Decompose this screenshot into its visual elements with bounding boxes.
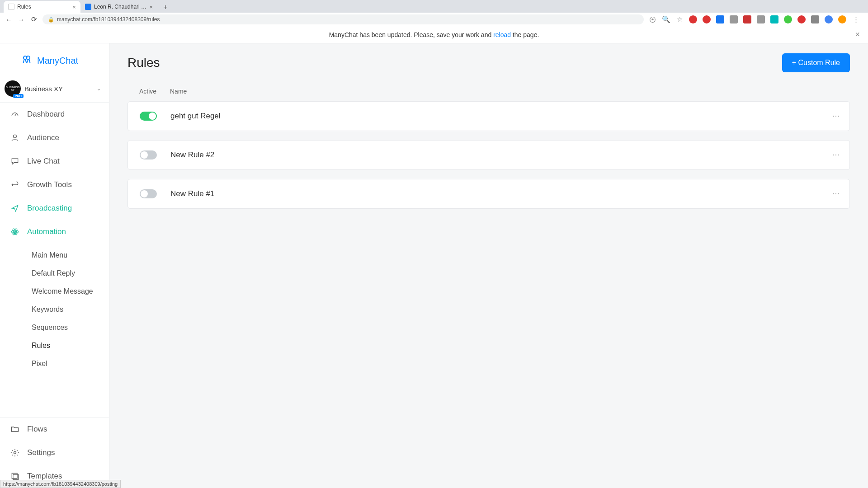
- reload-button[interactable]: ⟳: [30, 15, 38, 23]
- more-icon[interactable]: ⋮: [832, 113, 840, 120]
- sidebar-item-automation[interactable]: Automation: [0, 220, 109, 244]
- sidebar-item-livechat[interactable]: Live Chat: [0, 150, 109, 173]
- active-toggle[interactable]: [140, 112, 157, 121]
- ext-icon[interactable]: [811, 15, 819, 23]
- sub-item-welcome[interactable]: Welcome Message: [0, 282, 109, 300]
- return-icon: [10, 180, 20, 190]
- svg-rect-9: [13, 474, 19, 480]
- reload-link[interactable]: reload: [493, 31, 511, 38]
- forward-button[interactable]: →: [17, 16, 25, 23]
- rule-row[interactable]: New Rule #2⋮: [127, 140, 850, 170]
- menu-icon[interactable]: ⋮: [852, 15, 860, 23]
- nav-label: Automation: [27, 227, 66, 236]
- atom-icon: [10, 227, 20, 237]
- ext-icon[interactable]: [743, 15, 751, 23]
- browser-tab-active[interactable]: Rules ×: [4, 1, 80, 13]
- ext-icon[interactable]: [716, 15, 724, 23]
- sidebar-item-settings[interactable]: Settings: [0, 441, 109, 465]
- nav-label: Flows: [27, 425, 47, 434]
- svg-rect-8: [12, 473, 17, 479]
- extension-icons: ⦿ 🔍 ☆ ⋮: [648, 15, 860, 23]
- page-title: Rules: [127, 56, 160, 70]
- zoom-icon[interactable]: 🔍: [662, 15, 670, 23]
- active-toggle[interactable]: [140, 150, 157, 160]
- svg-point-2: [14, 135, 17, 138]
- rule-name: New Rule #1: [170, 189, 832, 198]
- sidebar-item-flows[interactable]: Flows: [0, 418, 109, 441]
- ext-icon[interactable]: [797, 15, 806, 23]
- ext-icon[interactable]: [730, 15, 738, 23]
- rules-content: Active Name geht gut Regel⋮New Rule #2⋮N…: [109, 76, 868, 223]
- sidebar-item-audience[interactable]: Audience: [0, 126, 109, 150]
- ext-icon[interactable]: [838, 15, 846, 23]
- notice-text: ManyChat has been updated. Please, save …: [329, 31, 493, 38]
- rule-row[interactable]: geht gut Regel⋮: [127, 101, 850, 131]
- more-icon[interactable]: ⋮: [832, 151, 840, 159]
- svg-point-3: [14, 231, 15, 232]
- nav-label: Growth Tools: [27, 180, 72, 189]
- close-icon[interactable]: ×: [72, 4, 76, 10]
- close-icon[interactable]: ×: [149, 4, 153, 10]
- sub-item-keywords[interactable]: Keywords: [0, 300, 109, 319]
- avatar-icon[interactable]: [825, 15, 833, 23]
- status-bar-hint: https://manychat.com/fb181039443240830­9…: [0, 480, 121, 488]
- brand-logo[interactable]: ManyChat: [0, 43, 109, 75]
- svg-point-7: [14, 452, 16, 454]
- star-icon[interactable]: ☆: [675, 15, 684, 23]
- lock-icon: 🔒: [48, 17, 54, 23]
- nav-label: Broadcasting: [27, 204, 72, 213]
- favicon-icon: [85, 4, 91, 10]
- column-headers: Active Name: [127, 81, 850, 101]
- nav-label: Dashboard: [27, 110, 65, 119]
- translate-icon[interactable]: ⦿: [648, 16, 656, 23]
- ext-icon[interactable]: [703, 15, 711, 23]
- pro-badge: PRO: [13, 94, 24, 98]
- rule-row[interactable]: New Rule #1⋮: [127, 179, 850, 209]
- browser-tab[interactable]: Leon R. Chaudhari | Facebook ×: [80, 1, 157, 13]
- create-rule-button[interactable]: + Custom Rule: [782, 53, 850, 72]
- col-header-name: Name: [170, 88, 841, 95]
- update-notice: ManyChat has been updated. Please, save …: [0, 26, 868, 43]
- chat-icon: [10, 156, 20, 166]
- page-header: Rules + Custom Rule: [109, 43, 868, 76]
- url-field[interactable]: 🔒 manychat.com/fb181039443240830­9/rules: [42, 14, 644, 24]
- browser-chrome: Rules × Leon R. Chaudhari | Facebook × +…: [0, 0, 868, 26]
- account-switcher[interactable]: BUSINESS XY PRO Business XY ⌄: [0, 75, 109, 103]
- ext-icon[interactable]: [757, 15, 765, 23]
- close-icon[interactable]: ×: [855, 30, 860, 39]
- gauge-icon: [10, 109, 20, 119]
- rule-name: New Rule #2: [170, 150, 832, 160]
- url-text: manychat.com/fb181039443240830­9/rules: [57, 16, 160, 23]
- logo-icon: [21, 53, 33, 68]
- account-name: Business XY: [24, 85, 93, 93]
- tab-bar: Rules × Leon R. Chaudhari | Facebook × +: [0, 0, 868, 13]
- active-toggle[interactable]: [140, 189, 157, 198]
- sub-item-sequences[interactable]: Sequences: [0, 319, 109, 337]
- sidebar-item-growth[interactable]: Growth Tools: [0, 173, 109, 197]
- new-tab-button[interactable]: +: [160, 2, 171, 13]
- rule-name: geht gut Regel: [170, 112, 832, 121]
- sub-item-pixel[interactable]: Pixel: [0, 355, 109, 373]
- sub-item-rules[interactable]: Rules: [0, 337, 109, 355]
- user-icon: [10, 133, 20, 143]
- sidebar-item-broadcasting[interactable]: Broadcasting: [0, 197, 109, 220]
- main-content: Rules + Custom Rule Active Name geht gut…: [109, 43, 868, 488]
- sub-item-default-reply[interactable]: Default Reply: [0, 264, 109, 282]
- back-button[interactable]: ←: [5, 16, 13, 23]
- sub-item-main-menu[interactable]: Main Menu: [0, 246, 109, 264]
- ext-icon[interactable]: [784, 15, 792, 23]
- rules-list: geht gut Regel⋮New Rule #2⋮New Rule #1⋮: [127, 101, 850, 209]
- notice-text-after: the page.: [511, 31, 539, 38]
- tab-title: Leon R. Chaudhari | Facebook: [94, 4, 146, 10]
- nav-label: Audience: [27, 133, 59, 142]
- favicon-icon: [8, 4, 14, 10]
- more-icon[interactable]: ⋮: [832, 190, 840, 198]
- ext-icon[interactable]: [770, 15, 778, 23]
- automation-submenu: Main Menu Default Reply Welcome Message …: [0, 244, 109, 379]
- ext-icon[interactable]: [689, 15, 697, 23]
- account-avatar: BUSINESS XY PRO: [5, 80, 21, 97]
- sidebar-item-dashboard[interactable]: Dashboard: [0, 103, 109, 126]
- nav-label: Templates: [27, 472, 62, 481]
- folder-icon: [10, 424, 20, 434]
- address-bar: ← → ⟳ 🔒 manychat.com/fb181039443240830­9…: [0, 13, 868, 26]
